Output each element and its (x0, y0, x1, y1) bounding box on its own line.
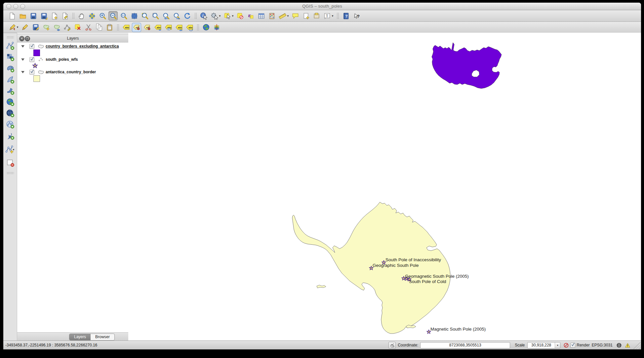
scale-value[interactable]: 30,918,228 (528, 342, 555, 348)
annotation-dropdown-arrow[interactable]: ▼ (331, 15, 334, 18)
layer-symbol-yellow[interactable] (33, 75, 40, 82)
run-feature-action-button[interactable] (210, 11, 219, 20)
cut-features-button[interactable] (84, 23, 93, 32)
add-wfs-layer-button[interactable] (5, 120, 16, 129)
stop-rendering-icon[interactable] (563, 342, 569, 348)
save-project-as-button[interactable] (39, 11, 48, 20)
rotate-label-button[interactable] (185, 23, 194, 32)
new-print-composer-button[interactable] (50, 11, 59, 20)
map-tips-button[interactable] (291, 11, 300, 20)
layers-panel-header[interactable]: ✕ ❐ Layers (17, 34, 129, 43)
map-island-small-west[interactable] (317, 285, 326, 288)
layer-name[interactable]: country_borders_excluding_antarctica (46, 44, 119, 49)
help-contents-button[interactable] (341, 11, 350, 20)
layer-labeling-button[interactable] (121, 23, 131, 32)
move-feature-button[interactable] (52, 23, 61, 32)
crs-status-label[interactable]: EPSG:3031 (592, 343, 613, 347)
new-shapefile-dropdown-arrow[interactable]: ▼ (12, 148, 15, 151)
render-checkbox[interactable] (570, 343, 575, 348)
measure-dropdown-arrow[interactable]: ▼ (287, 15, 289, 18)
metasearch-button[interactable] (201, 23, 211, 32)
add-vector-layer-button[interactable] (5, 41, 16, 51)
add-delimited-text-layer-button[interactable] (5, 131, 16, 141)
toolbar-drag-handle[interactable] (7, 36, 14, 38)
show-hide-labels-button[interactable] (164, 23, 173, 32)
pan-map-button[interactable] (77, 11, 86, 20)
field-calculator-button[interactable] (267, 11, 276, 20)
zoom-out-button[interactable] (108, 11, 118, 20)
open-attribute-table-button[interactable] (257, 11, 266, 20)
map-polygon-south-africa[interactable] (432, 43, 502, 89)
save-layer-edits-button[interactable] (31, 23, 40, 32)
add-wcs-layer-button[interactable] (5, 108, 16, 118)
select-features-button[interactable] (222, 11, 232, 20)
select-features-dropdown-arrow[interactable]: ▼ (231, 15, 234, 18)
plugin-layers-button[interactable] (212, 23, 221, 32)
measure-line-button[interactable] (278, 11, 287, 20)
layer-tree[interactable]: country_borders_excluding_antarctica sou… (17, 43, 129, 333)
expand-triangle-icon[interactable] (21, 58, 24, 61)
open-project-button[interactable] (18, 11, 27, 20)
show-bookmarks-button[interactable] (312, 11, 321, 20)
delete-selected-button[interactable] (73, 23, 82, 32)
whats-this-button[interactable] (352, 11, 361, 20)
paste-features-button[interactable] (105, 23, 114, 32)
layer-name[interactable]: antarctica_country_border (46, 70, 96, 74)
layer-symbol-purple[interactable] (33, 50, 40, 56)
highlight-pinned-labels-button[interactable] (142, 23, 152, 32)
layer-visibility-checkbox[interactable] (29, 44, 34, 49)
toggle-editing-button[interactable] (20, 23, 29, 32)
layer-visibility-checkbox[interactable] (29, 70, 34, 75)
pin-labels-button[interactable] (132, 23, 141, 32)
change-label-button[interactable] (174, 23, 183, 32)
new-project-button[interactable] (7, 11, 17, 20)
composer-manager-button[interactable] (60, 11, 69, 20)
layer-symbol-star[interactable] (32, 62, 38, 68)
layer-row-antarctica-border[interactable]: antarctica_country_border (17, 69, 129, 75)
remove-layer-button[interactable] (5, 158, 16, 168)
copy-features-button[interactable] (94, 23, 103, 32)
refresh-map-button[interactable] (182, 11, 192, 20)
zoom-to-selection-button[interactable] (140, 11, 149, 20)
scale-combo[interactable]: 30,918,228 ▼ (527, 342, 560, 348)
tab-browser[interactable]: Browser (91, 334, 114, 340)
crs-globe-icon[interactable] (616, 342, 622, 348)
zoom-last-button[interactable] (161, 11, 171, 20)
tab-layers[interactable]: Layers (69, 334, 91, 340)
add-feature-button[interactable] (41, 23, 51, 32)
select-by-expression-button[interactable] (246, 11, 255, 20)
current-edits-button[interactable] (7, 23, 17, 32)
messages-warning-icon[interactable] (624, 342, 631, 348)
expand-triangle-icon[interactable] (21, 71, 24, 73)
identify-features-button[interactable] (199, 11, 208, 20)
current-edits-dropdown-arrow[interactable]: ▼ (16, 26, 19, 29)
new-shapefile-layer-button[interactable]: ▼ (5, 145, 16, 155)
add-mssql-layer-button[interactable] (5, 86, 16, 96)
new-bookmark-button[interactable] (301, 11, 310, 20)
zoom-native-button[interactable] (119, 11, 128, 20)
move-label-button[interactable] (153, 23, 162, 32)
text-annotation-button[interactable] (322, 11, 332, 20)
deselect-features-button[interactable] (235, 11, 245, 20)
title-bar[interactable]: QGIS – south_poles (3, 3, 641, 10)
toolbar-drag-handle[interactable] (7, 172, 14, 174)
feature-action-dropdown-arrow[interactable]: ▼ (219, 15, 221, 18)
toggle-extents-mouse-icon[interactable] (388, 342, 396, 349)
save-project-button[interactable] (28, 11, 38, 20)
expand-triangle-icon[interactable] (21, 45, 24, 48)
layer-name[interactable]: south_poles_wfs (46, 57, 78, 62)
add-postgis-layer-button[interactable] (5, 63, 16, 73)
coordinate-input[interactable]: 8723088,3505513 (420, 342, 510, 348)
zoom-full-button[interactable] (130, 11, 139, 20)
layer-row-south-poles-wfs[interactable]: south_poles_wfs (17, 56, 129, 63)
layer-row-country-borders[interactable]: country_borders_excluding_antarctica (17, 43, 129, 50)
add-wms-layer-button[interactable] (5, 97, 16, 107)
pan-to-selection-button[interactable] (87, 11, 97, 20)
layer-visibility-checkbox[interactable] (29, 57, 34, 62)
add-raster-layer-button[interactable] (5, 52, 16, 62)
add-spatialite-layer-button[interactable] (5, 75, 16, 85)
scale-dropdown-arrow[interactable]: ▼ (555, 342, 560, 348)
map-canvas[interactable]: South Pole of Inaccessibility Geographic… (128, 33, 641, 341)
resize-grip[interactable] (633, 342, 640, 349)
node-tool-button[interactable] (62, 23, 72, 32)
